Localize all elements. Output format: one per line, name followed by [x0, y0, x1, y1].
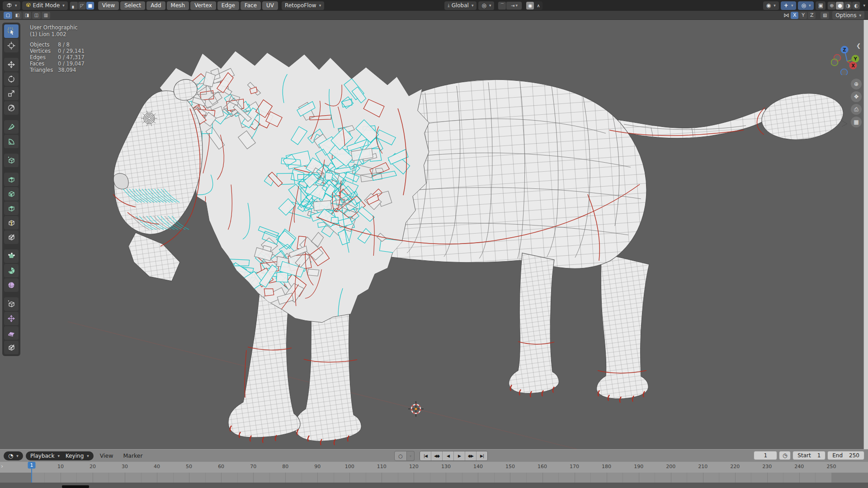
snap-target-dropdown[interactable]: ⇥ ▾ — [506, 2, 522, 9]
tool-annotate[interactable] — [4, 120, 19, 134]
menu-bar: ViewSelectAddMeshVertexEdgeFaceUV — [98, 1, 278, 10]
tool-shrink-fatten[interactable] — [4, 312, 19, 325]
tool-poly-build[interactable] — [4, 249, 19, 263]
frame-range-controls: 1 ◷ Start 1 End 250 — [754, 451, 864, 460]
current-frame-field[interactable]: 1 — [754, 451, 777, 460]
proportional-editing-icon[interactable]: ◉ — [526, 2, 534, 9]
perspective-grid-button[interactable]: ▦ — [851, 117, 862, 127]
transform-icon — [7, 104, 15, 112]
editor-type-selector[interactable]: ▾ — [3, 1, 20, 10]
wireframe-shading-icon[interactable]: ⊕ — [828, 2, 835, 9]
tool-cursor[interactable] — [4, 39, 19, 52]
use-preview-range-button[interactable]: ◷ — [779, 451, 791, 460]
jump-to-end-button[interactable]: ▶| — [476, 451, 487, 460]
zoom-button[interactable]: ⊕ — [851, 79, 862, 89]
mode-selector[interactable]: Edit Mode ▾ — [22, 1, 68, 10]
mirror-y-button[interactable]: Y — [799, 12, 807, 19]
mode-intersect-icon[interactable]: ▥ — [42, 12, 50, 19]
tool-extrude-region[interactable] — [4, 173, 19, 186]
solid-shading-icon[interactable]: ● — [836, 2, 844, 9]
tool-rotate[interactable] — [4, 72, 19, 86]
tool-knife[interactable] — [4, 230, 19, 244]
record-options-dropdown[interactable]: ▾ — [407, 451, 415, 461]
playback-menu[interactable]: Playback — [30, 453, 55, 459]
pan-button[interactable]: ✥ — [851, 91, 862, 102]
mode-invert-icon[interactable]: ◫ — [32, 12, 41, 19]
menu-edge[interactable]: Edge — [217, 1, 239, 10]
tool-loop-cut[interactable] — [4, 216, 19, 230]
ruler-tick: 150 — [505, 464, 515, 469]
timeline-editor-type[interactable]: ◔ ▾ — [4, 451, 23, 460]
auto-keying-record-button[interactable]: ○ — [394, 451, 407, 461]
tool-add-cube[interactable] — [4, 154, 19, 167]
view-menu[interactable]: View — [96, 452, 117, 459]
menu-view[interactable]: View — [98, 1, 119, 10]
3d-viewport[interactable]: User Orthographic (1) Lion 1.002 Objects… — [0, 20, 868, 449]
menu-face[interactable]: Face — [241, 1, 261, 10]
timeline-track[interactable] — [0, 473, 868, 483]
pivot-point-dropdown[interactable]: ◎ ▾ — [478, 1, 494, 10]
right-region-strip[interactable] — [863, 20, 868, 449]
show-gizmos-dropdown[interactable]: + ▾ — [781, 1, 797, 10]
camera-view-button[interactable]: ⎙ — [851, 104, 862, 115]
tool-options-icon[interactable]: ▧ — [821, 12, 829, 19]
menu-uv[interactable]: UV — [262, 1, 278, 10]
tool-smooth[interactable] — [4, 278, 19, 292]
next-keyframe-button[interactable]: ◆▶ — [465, 451, 476, 460]
region-expand-arrow[interactable]: › — [1, 463, 3, 469]
menu-mesh[interactable]: Mesh — [167, 1, 189, 10]
timeline-scrollbar[interactable] — [0, 483, 868, 488]
overlays-dropdown[interactable]: ◎ ▾ — [798, 1, 814, 10]
mode-subtract-icon[interactable]: ◨ — [23, 12, 31, 19]
tool-scale[interactable] — [4, 87, 19, 100]
timeline-ruler[interactable]: 1020304050607080901001101201301401501601… — [0, 462, 868, 473]
mode-extend-icon[interactable]: ◧ — [13, 12, 22, 19]
marker-menu[interactable]: Marker — [119, 452, 146, 459]
frame-end-field[interactable]: End 250 — [827, 451, 864, 460]
chevron-down-icon: ▾ — [57, 454, 60, 458]
falloff-curve-icon[interactable]: ∧ — [534, 2, 542, 9]
show-overlays-dropdown[interactable]: ◉ ▾ — [763, 1, 779, 10]
magnet-icon[interactable]: ⌒ — [498, 2, 506, 9]
play-button[interactable]: ▶ — [454, 451, 465, 460]
retopoflow-menu[interactable]: RetopoFlow ▾ — [282, 1, 324, 10]
jump-to-start-button[interactable]: |◀ — [420, 451, 431, 460]
stat-row: Vertices0 / 29,141 — [30, 48, 85, 54]
tool-move[interactable] — [4, 58, 19, 71]
mirror-x-button[interactable]: X — [791, 12, 798, 19]
tool-inset-faces[interactable] — [4, 187, 19, 201]
face-select-icon[interactable]: ■ — [86, 2, 94, 9]
shrink-fatten-icon — [7, 314, 15, 323]
tool-measure[interactable] — [4, 135, 19, 148]
ruler-tick: 220 — [730, 464, 740, 469]
tool-edge-slide[interactable] — [4, 297, 19, 311]
vertex-select-icon[interactable]: ▖ — [70, 2, 78, 9]
menu-add[interactable]: Add — [146, 1, 165, 10]
options-dropdown[interactable]: Options ▾ — [832, 11, 864, 19]
edge-select-icon[interactable]: ◸ — [78, 2, 86, 9]
tool-shear[interactable] — [4, 326, 19, 340]
tool-transform[interactable] — [4, 101, 19, 115]
lion-wireframe-model[interactable] — [0, 20, 868, 449]
menu-select[interactable]: Select — [120, 1, 145, 10]
mode-set-icon[interactable]: ▢ — [4, 12, 12, 19]
play-reverse-button[interactable]: ◀ — [443, 451, 454, 460]
tool-select-box[interactable] — [4, 24, 19, 38]
transform-orientation-dropdown[interactable]: ⤓ Global ▾ — [444, 1, 476, 10]
frame-start-field[interactable]: Start 1 — [793, 451, 826, 460]
tool-spin[interactable] — [4, 264, 19, 277]
sidebar-toggle-arrow[interactable]: ❮ — [856, 42, 861, 49]
toggle-xray-button[interactable]: ▣ — [816, 1, 826, 10]
current-frame-badge[interactable]: 1 — [28, 462, 36, 469]
navigation-gizmo[interactable]: ZYX — [831, 45, 863, 75]
material-preview-shading-icon[interactable]: ◑ — [844, 2, 852, 9]
keying-menu[interactable]: Keying — [66, 453, 84, 459]
tool-rip-region[interactable] — [4, 341, 19, 354]
rip-region-icon — [7, 343, 15, 352]
tool-bevel[interactable] — [4, 202, 19, 215]
mirror-z-button[interactable]: Z — [808, 12, 816, 19]
playback-keying-menus: Playback ▾ Keying ▾ — [26, 451, 94, 460]
prev-keyframe-button[interactable]: ◀◆ — [431, 451, 443, 460]
menu-vertex[interactable]: Vertex — [190, 1, 216, 10]
rendered-shading-icon[interactable]: ◐ — [852, 2, 860, 9]
